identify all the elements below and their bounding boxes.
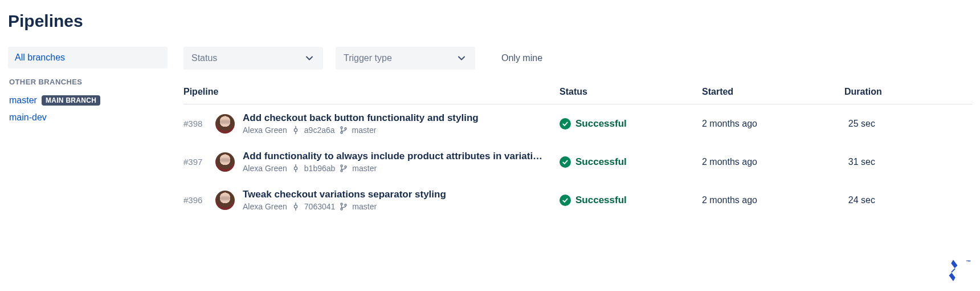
pipeline-duration: 25 sec <box>844 119 972 129</box>
pipeline-author: Alexa Green <box>243 126 287 135</box>
pipeline-branch: master <box>352 126 377 135</box>
sidebar-branch-main-dev[interactable]: main-dev <box>8 109 168 126</box>
col-header-duration: Duration <box>844 87 979 97</box>
branch-icon <box>340 203 348 211</box>
branch-link: master <box>9 95 37 106</box>
branch-icon <box>340 164 348 172</box>
svg-point-15 <box>341 203 342 205</box>
avatar <box>215 191 235 210</box>
pipeline-status: Successful <box>575 118 627 130</box>
pipeline-title: Add checkout back button functionality a… <box>243 112 550 124</box>
trademark-symbol: ™ <box>966 259 971 265</box>
success-icon <box>560 156 571 168</box>
chevron-down-icon <box>456 52 467 64</box>
trigger-type-filter-label: Trigger type <box>344 53 392 63</box>
pipeline-duration: 24 sec <box>844 195 972 205</box>
col-header-started: Started <box>702 87 844 97</box>
commit-icon <box>292 164 300 172</box>
pipeline-id: #396 <box>183 195 215 205</box>
pipeline-started: 2 months ago <box>702 195 844 205</box>
pipeline-id: #397 <box>183 157 215 167</box>
pipeline-title: Add functionality to always include prod… <box>243 151 550 162</box>
pipeline-started: 2 months ago <box>702 119 844 129</box>
svg-point-10 <box>341 170 342 172</box>
branch-link: main-dev <box>9 112 47 123</box>
pipeline-branch: master <box>352 202 377 211</box>
table-header: Pipeline Status Started Duration <box>183 87 972 104</box>
avatar <box>215 114 235 134</box>
svg-point-9 <box>341 165 342 167</box>
svg-point-12 <box>294 205 297 208</box>
sidebar: All branches OTHER BRANCHES master MAIN … <box>8 47 168 219</box>
main-branch-badge: MAIN BRANCH <box>42 95 100 106</box>
status-filter-label: Status <box>191 53 217 63</box>
branch-icon <box>340 126 348 134</box>
svg-point-5 <box>344 128 346 130</box>
pipeline-commit: 7063041 <box>304 202 336 211</box>
svg-point-6 <box>294 167 297 169</box>
svg-point-3 <box>340 127 342 128</box>
pipeline-author: Alexa Green <box>243 164 287 173</box>
pipeline-author: Alexa Green <box>243 202 287 211</box>
pipeline-status: Successful <box>575 156 627 168</box>
main-content: Status Trigger type Only mine Pipeline S… <box>183 47 972 219</box>
pipeline-started: 2 months ago <box>702 157 844 167</box>
pipeline-title: Tweak checkout variations separator styl… <box>243 189 550 200</box>
success-icon <box>560 118 571 130</box>
svg-point-4 <box>340 132 342 134</box>
success-icon <box>560 195 571 206</box>
commit-icon <box>292 203 300 211</box>
svg-point-0 <box>294 128 297 131</box>
pipeline-branch: master <box>352 164 377 173</box>
pipeline-commit: a9c2a6a <box>304 126 335 135</box>
trigger-type-filter-select[interactable]: Trigger type <box>336 47 475 70</box>
page-title: Pipelines <box>8 11 972 31</box>
svg-point-11 <box>345 166 346 168</box>
pipeline-row[interactable]: #397 Add functionality to always include… <box>183 143 972 181</box>
pipeline-id: #398 <box>183 119 215 128</box>
sidebar-branch-master[interactable]: master MAIN BRANCH <box>8 92 168 109</box>
col-header-pipeline: Pipeline <box>183 87 560 97</box>
pipeline-duration: 31 sec <box>844 157 972 167</box>
tab-all-branches[interactable]: All branches <box>8 47 168 68</box>
pipeline-row[interactable]: #396 Tweak checkout variations separator… <box>183 181 972 219</box>
col-header-status: Status <box>560 87 702 97</box>
commit-icon <box>292 126 300 134</box>
pipeline-status: Successful <box>575 195 627 206</box>
svg-marker-18 <box>949 260 958 281</box>
pipeline-commit: b1b96ab <box>304 164 336 173</box>
only-mine-toggle[interactable]: Only mine <box>501 53 542 63</box>
pipeline-row[interactable]: #398 Add checkout back button functional… <box>183 104 972 143</box>
avatar <box>215 152 235 172</box>
sidebar-section-label: OTHER BRANCHES <box>8 68 168 92</box>
svg-point-17 <box>345 204 346 206</box>
status-filter-select[interactable]: Status <box>183 47 323 70</box>
chevron-down-icon <box>304 52 315 64</box>
toptal-logo: ™ <box>942 259 971 282</box>
filter-bar: Status Trigger type Only mine <box>183 47 972 70</box>
svg-point-16 <box>341 208 342 210</box>
